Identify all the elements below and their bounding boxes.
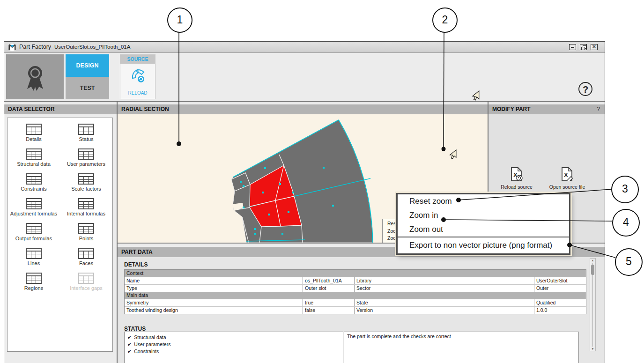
table-icon	[78, 223, 94, 234]
table-icon	[26, 124, 42, 135]
callout-2: 2	[432, 7, 458, 33]
svg-text:X: X	[564, 171, 568, 178]
reload-source-label: Reload source	[493, 184, 540, 190]
title-bar[interactable]: Part Factory UserOuterSlot.os_PllTooth_0…	[4, 42, 605, 53]
section-label: Context	[125, 270, 586, 277]
help-icon[interactable]: ?	[578, 82, 592, 96]
scroll-up-icon[interactable]: ▲	[590, 259, 595, 262]
part-data-panel: DETAILS Context Name os_PllTooth_01A Lib…	[118, 257, 605, 363]
reload-source-button[interactable]: X Reload source	[493, 167, 540, 190]
document-title: UserOuterSlot.os_PllTooth_01A	[54, 44, 130, 50]
selector-item-user-parameters[interactable]: User parameters	[67, 148, 105, 173]
cell-label: State	[355, 299, 534, 306]
selector-item-adjustment-formulas[interactable]: Adjustment formulas	[10, 198, 57, 223]
selector-item-lines[interactable]: Lines	[26, 248, 42, 273]
status-check-item: ✔Structural data	[127, 334, 343, 341]
details-table: Context Name os_PllTooth_01A Library Use…	[124, 269, 586, 314]
callout-1: 1	[167, 7, 192, 33]
cell-value: Outer	[534, 285, 586, 292]
help-glyph: ?	[583, 84, 588, 95]
app-window: Part Factory UserOuterSlot.os_PllTooth_0…	[4, 41, 605, 363]
selector-item-label: Scale factors	[71, 186, 101, 192]
minimize-icon[interactable]	[569, 44, 576, 50]
selector-item-label: Internal formulas	[67, 211, 105, 216]
cell-value: 1.0.0	[534, 307, 586, 314]
selector-item-constraints[interactable]: Constraints	[21, 173, 47, 198]
cell-label: Toothed winding design	[125, 307, 303, 314]
modify-part-help-icon[interactable]: ?	[597, 104, 600, 114]
radial-section-title: RADIAL SECTION	[121, 106, 169, 112]
qualify-button[interactable]	[6, 54, 64, 99]
menu-item-export-png[interactable]: Export to non vector picture (png format…	[398, 237, 569, 253]
cell-value: os_PllTooth_01A	[303, 277, 355, 284]
status-checklist: ✔Structural data ✔User parameters ✔Const…	[124, 332, 343, 363]
excel-file-edit-icon: X	[561, 167, 573, 181]
scrollbar-thumb[interactable]	[591, 265, 594, 275]
table-icon	[78, 148, 94, 160]
check-label: Structural data	[134, 334, 166, 340]
close-icon[interactable]: ✕	[591, 44, 598, 50]
cell-value: Outer slot	[303, 285, 355, 292]
check-icon: ✔	[127, 348, 132, 354]
cell-value: UserOuterSlot	[534, 277, 586, 284]
reload-source-icon[interactable]	[130, 68, 146, 84]
table-icon	[26, 148, 42, 160]
vertical-scrollbar[interactable]: ▲ ▼	[590, 258, 596, 351]
cell-label: Version	[355, 307, 534, 314]
status-section-title: STATUS	[124, 326, 146, 332]
cell-label: Name	[125, 277, 303, 284]
selector-item-structural-data[interactable]: Structural data	[17, 148, 51, 173]
table-icon	[78, 124, 94, 135]
table-icon	[26, 173, 42, 185]
selector-item-points[interactable]: Points	[78, 223, 94, 248]
table-icon	[78, 248, 94, 259]
part-data-title: PART DATA	[121, 249, 153, 255]
selector-item-label: Points	[78, 236, 94, 241]
table-icon	[26, 198, 42, 209]
selector-item-scale-factors[interactable]: Scale factors	[71, 173, 101, 198]
scroll-down-icon[interactable]: ▼	[590, 348, 595, 350]
callout-number: 5	[626, 255, 632, 267]
source-group: SOURCE RELOAD	[120, 54, 155, 99]
status-check-item: ✔Constraints	[127, 348, 343, 355]
open-source-file-button[interactable]: X Open source file	[544, 167, 591, 190]
selector-item-label: Regions	[24, 285, 43, 291]
callout-5: 5	[615, 248, 643, 276]
cell-label: Type	[125, 285, 303, 292]
callout-number: 2	[442, 14, 448, 26]
context-menu-magnified: Reset zoom Zoom in Zoom out Export to no…	[396, 193, 570, 255]
selector-item-label: Lines	[26, 260, 42, 266]
data-selector-header: DATA SELECTOR	[4, 104, 117, 114]
scrollbar-track[interactable]	[592, 263, 593, 347]
restore-icon[interactable]	[580, 44, 587, 50]
menu-item-zoom-out[interactable]: Zoom out	[398, 222, 569, 237]
part-factory-logo-icon	[8, 43, 16, 52]
tab-test[interactable]: TEST	[66, 77, 109, 99]
selector-item-label: Faces	[78, 260, 94, 266]
table-icon	[26, 273, 42, 284]
menu-item-zoom-in[interactable]: Zoom in	[398, 208, 569, 222]
cell-label: Library	[355, 277, 534, 284]
selector-item-output-formulas[interactable]: Output formulas	[15, 223, 52, 248]
tab-design[interactable]: DESIGN	[66, 54, 109, 77]
data-selector-title: DATA SELECTOR	[8, 106, 55, 112]
table-icon	[78, 273, 94, 284]
selector-item-regions[interactable]: Regions	[24, 273, 43, 297]
selector-item-details[interactable]: Details	[26, 124, 42, 148]
selector-item-internal-formulas[interactable]: Internal formulas	[67, 198, 105, 223]
details-section-title: DETAILS	[124, 261, 148, 268]
table-row: Toothed winding design false Version 1.0…	[125, 306, 586, 314]
modify-part-title: MODIFY PART	[492, 106, 531, 112]
selector-item-faces[interactable]: Faces	[78, 248, 94, 273]
menu-item-reset-zoom[interactable]: Reset zoom	[398, 194, 569, 208]
selector-item-interface-gaps: Interface gaps	[70, 273, 103, 297]
toolbar: DESIGN TEST SOURCE RELOAD ?	[4, 53, 605, 102]
status-check-item: ✔User parameters	[127, 341, 343, 348]
section-label: Main data	[125, 292, 586, 299]
data-selector-panel: Details Status Structural data User para…	[4, 114, 117, 363]
mouse-cursor-icon	[470, 90, 481, 101]
cell-value: Qualified	[534, 299, 586, 306]
selector-item-status[interactable]: Status	[78, 124, 94, 148]
cell-value: true	[303, 299, 355, 306]
cell-label: Sector	[355, 285, 534, 292]
